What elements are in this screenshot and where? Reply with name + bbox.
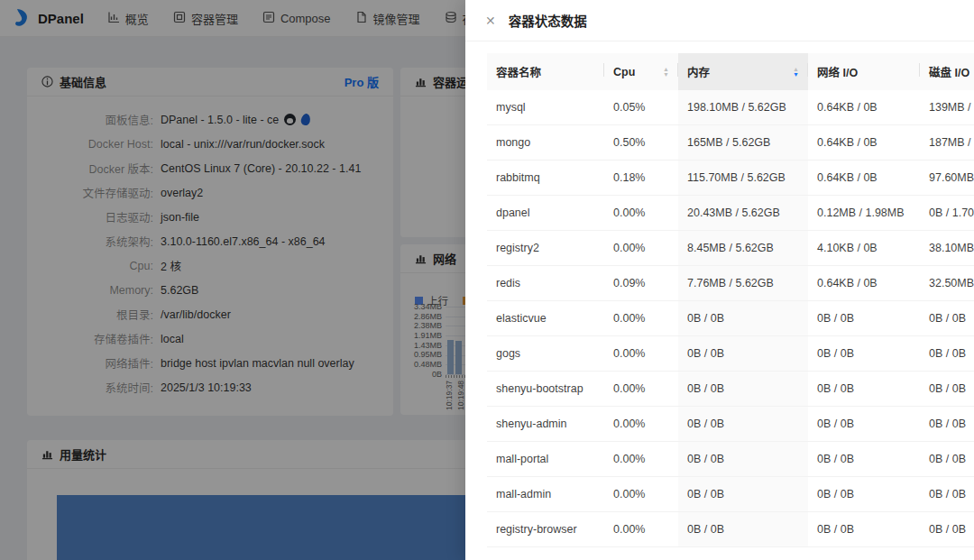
cell-memory: 0B / 0B xyxy=(678,512,808,547)
close-icon[interactable]: ✕ xyxy=(485,14,496,27)
column-header-label: 内存 xyxy=(687,63,710,80)
table-row: elasticvue0.00%0B / 0B0B / 0B0B / 0B xyxy=(487,301,974,336)
cell-cpu: 0.00% xyxy=(604,196,678,231)
cell-disk_io: 0B / 0B xyxy=(920,372,974,407)
table-row: gogs0.00%0B / 0B0B / 0B0B / 0B xyxy=(487,336,974,372)
cell-name: dpanel xyxy=(487,196,604,231)
dpanel-app: DPanel 概览容器管理Compose镜像管理存储&网络系统 基础信息 Pro… xyxy=(0,0,974,560)
cell-name: mall-admin xyxy=(487,477,604,512)
cell-cpu: 0.05% xyxy=(604,90,678,125)
drawer-title: 容器状态数据 xyxy=(509,11,587,30)
container-stats-table: 容器名称Cpu▲▼内存▲▼网络 I/O磁盘 I/O mysql0.05%198.… xyxy=(487,53,974,547)
column-header-network_io: 网络 I/O xyxy=(808,53,920,90)
cell-cpu: 0.00% xyxy=(604,442,678,477)
sort-down-icon: ▼ xyxy=(663,72,669,78)
table-row: rabbitmq0.18%115.70MB / 5.62GB0.64KB / 0… xyxy=(487,161,974,196)
cell-disk_io: 0B / 0B xyxy=(920,512,974,547)
cell-network_io: 0B / 0B xyxy=(808,477,920,512)
column-header-name: 容器名称 xyxy=(487,53,604,90)
cell-network_io: 0B / 0B xyxy=(808,372,920,407)
cell-memory: 165MB / 5.62GB xyxy=(678,125,808,161)
cell-name: mysql xyxy=(487,90,604,125)
table-row: redis0.09%7.76MB / 5.62GB0.64KB / 0B32.5… xyxy=(487,266,974,301)
cell-disk_io: 0B / 0B xyxy=(920,442,974,477)
table-row: mall-admin0.00%0B / 0B0B / 0B0B / 0B xyxy=(487,477,974,512)
cell-network_io: 0.64KB / 0B xyxy=(808,90,920,125)
cell-memory: 198.10MB / 5.62GB xyxy=(678,90,808,125)
cell-cpu: 0.00% xyxy=(604,231,678,266)
drawer-header: ✕ 容器状态数据 xyxy=(465,0,974,41)
cell-network_io: 0B / 0B xyxy=(808,336,920,372)
table-row: mongo0.50%165MB / 5.62GB0.64KB / 0B187MB… xyxy=(487,125,974,161)
cell-disk_io: 0B / 1.70MB xyxy=(920,196,974,231)
table-header-row: 容器名称Cpu▲▼内存▲▼网络 I/O磁盘 I/O xyxy=(487,53,974,90)
column-header-label: 容器名称 xyxy=(496,63,541,80)
table-row: dpanel0.00%20.43MB / 5.62GB0.12MB / 1.98… xyxy=(487,196,974,231)
cell-network_io: 0.64KB / 0B xyxy=(808,125,920,161)
cell-cpu: 0.00% xyxy=(604,336,678,372)
cell-network_io: 0B / 0B xyxy=(808,442,920,477)
cell-disk_io: 97.60MB / 0.47MB xyxy=(920,161,974,196)
cell-name: mongo xyxy=(487,125,604,161)
cell-name: redis xyxy=(487,266,604,301)
sort-icons: ▲▼ xyxy=(793,67,799,78)
cell-memory: 7.76MB / 5.62GB xyxy=(678,266,808,301)
column-header-cpu[interactable]: Cpu▲▼ xyxy=(604,53,678,90)
cell-cpu: 0.50% xyxy=(604,125,678,161)
cell-disk_io: 32.50MB / 0B xyxy=(920,266,974,301)
column-header-label: 网络 I/O xyxy=(817,63,858,80)
column-header-label: Cpu xyxy=(613,66,635,78)
table-row: mall-portal0.00%0B / 0B0B / 0B0B / 0B xyxy=(487,442,974,477)
cell-name: rabbitmq xyxy=(487,161,604,196)
cell-cpu: 0.09% xyxy=(604,266,678,301)
cell-disk_io: 0B / 0B xyxy=(920,336,974,372)
cell-network_io: 0B / 0B xyxy=(808,301,920,336)
cell-network_io: 0.64KB / 0B xyxy=(808,266,920,301)
table-row: mysql0.05%198.10MB / 5.62GB0.64KB / 0B13… xyxy=(487,90,974,125)
cell-name: gogs xyxy=(487,336,604,372)
container-stats-drawer: ✕ 容器状态数据 容器名称Cpu▲▼内存▲▼网络 I/O磁盘 I/O mysql… xyxy=(465,0,974,560)
cell-memory: 0B / 0B xyxy=(678,407,808,442)
cell-cpu: 0.00% xyxy=(604,301,678,336)
cell-cpu: 0.00% xyxy=(604,407,678,442)
cell-name: shenyu-bootstrap xyxy=(487,372,604,407)
cell-memory: 0B / 0B xyxy=(678,372,808,407)
cell-memory: 0B / 0B xyxy=(678,442,808,477)
sort-down-icon: ▼ xyxy=(793,72,799,78)
table-row: shenyu-admin0.00%0B / 0B0B / 0B0B / 0B xyxy=(487,407,974,442)
cell-network_io: 0B / 0B xyxy=(808,512,920,547)
cell-name: elasticvue xyxy=(487,301,604,336)
cell-network_io: 4.10KB / 0B xyxy=(808,231,920,266)
cell-disk_io: 139MB / 25.40MB xyxy=(920,90,974,125)
table-row: shenyu-bootstrap0.00%0B / 0B0B / 0B0B / … xyxy=(487,372,974,407)
cell-memory: 20.43MB / 5.62GB xyxy=(678,196,808,231)
cell-cpu: 0.00% xyxy=(604,512,678,547)
cell-name: shenyu-admin xyxy=(487,407,604,442)
table-row: registry20.00%8.45MB / 5.62GB4.10KB / 0B… xyxy=(487,231,974,266)
cell-network_io: 0.64KB / 0B xyxy=(808,161,920,196)
sort-icons: ▲▼ xyxy=(663,67,669,78)
cell-memory: 115.70MB / 5.62GB xyxy=(678,161,808,196)
cell-memory: 0B / 0B xyxy=(678,336,808,372)
cell-disk_io: 187MB / 0.81MB xyxy=(920,125,974,161)
cell-name: registry2 xyxy=(487,231,604,266)
cell-name: mall-portal xyxy=(487,442,604,477)
cell-memory: 8.45MB / 5.62GB xyxy=(678,231,808,266)
cell-disk_io: 0B / 0B xyxy=(920,301,974,336)
cell-cpu: 0.18% xyxy=(604,161,678,196)
cell-memory: 0B / 0B xyxy=(678,301,808,336)
column-header-memory[interactable]: 内存▲▼ xyxy=(678,53,808,90)
table-row: registry-browser0.00%0B / 0B0B / 0B0B / … xyxy=(487,512,974,547)
column-header-disk_io: 磁盘 I/O xyxy=(920,53,974,90)
cell-name: registry-browser xyxy=(487,512,604,547)
column-header-label: 磁盘 I/O xyxy=(929,63,969,80)
cell-network_io: 0.12MB / 1.98MB xyxy=(808,196,920,231)
drawer-body: 容器名称Cpu▲▼内存▲▼网络 I/O磁盘 I/O mysql0.05%198.… xyxy=(465,41,974,547)
cell-disk_io: 38.10MB / 0B xyxy=(920,231,974,266)
cell-disk_io: 0B / 0B xyxy=(920,477,974,512)
cell-cpu: 0.00% xyxy=(604,372,678,407)
cell-cpu: 0.00% xyxy=(604,477,678,512)
cell-memory: 0B / 0B xyxy=(678,477,808,512)
cell-disk_io: 0B / 0B xyxy=(920,407,974,442)
cell-network_io: 0B / 0B xyxy=(808,407,920,442)
